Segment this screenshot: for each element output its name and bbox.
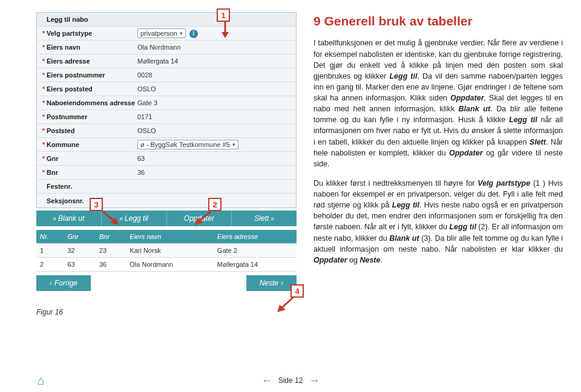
required-marker: * [41, 85, 47, 93]
field-label: Gnr [47, 155, 137, 162]
table-cell: Kari Norsk [126, 244, 214, 258]
field-label: Bnr [47, 169, 137, 176]
info-icon[interactable]: i [189, 30, 198, 38]
table-cell: Gate 2 [214, 244, 297, 258]
legg-til-label: Legg til [125, 214, 148, 223]
required-marker: * [41, 44, 47, 51]
arrow-4 [277, 296, 294, 313]
table-toolbar: « Blank ut « Legg til Oppdater Slett » [36, 211, 297, 226]
field-label: Kommune [47, 141, 137, 148]
form-row[interactable]: Seksjonsnr. [37, 194, 296, 207]
chevron-down-icon: ▾ [180, 30, 183, 36]
figure-caption: Figur 16 [36, 308, 297, 316]
chevron-left-icon: ‹ [50, 279, 52, 287]
keyword: Velg partstype [478, 179, 530, 188]
field-value[interactable]: OSLO [137, 127, 292, 134]
table-cell: Ola Nordmann [126, 258, 214, 272]
form-row[interactable]: *Eiers poststedOSLO [37, 82, 296, 96]
field-value[interactable]: Gate 3 [137, 99, 292, 106]
nabo-form: Legg til nabo *Velg partstypeprivatperso… [36, 12, 297, 208]
required-marker: * [41, 57, 47, 65]
dropdown-value: privatperson [140, 30, 177, 37]
table-cell: 1 [36, 244, 64, 258]
form-row[interactable]: *Postnummer0171 [37, 110, 296, 124]
field-label: Festenr. [47, 183, 137, 190]
form-row[interactable]: *Velg partstypeprivatperson▾i [37, 27, 296, 41]
required-marker: * [41, 30, 47, 37]
blank-ut-button[interactable]: « Blank ut [36, 211, 102, 226]
field-label: Velg partstype [47, 30, 137, 37]
keyword: Neste [359, 256, 380, 264]
table-header: Bnr [96, 230, 126, 244]
chevron-right-icon: » [271, 215, 274, 222]
form-row[interactable]: *Naboeiendommens adresseGate 3 [37, 96, 296, 110]
form-row[interactable]: *Eiers adresseMøllergata 14 [37, 54, 296, 68]
page-number: Side 12 [278, 376, 303, 385]
callout-2: 2 [208, 198, 222, 211]
table-header: Eiers navn [126, 230, 214, 244]
nabo-table: Nr.GnrBnrEiers navnEiers adresse 13223Ka… [36, 230, 297, 272]
field-value[interactable]: 0171 [137, 113, 292, 120]
table-cell: 2 [36, 258, 64, 272]
field-value[interactable]: 63 [137, 155, 292, 162]
keyword: Legg til [389, 72, 417, 80]
page-footer: ⌂ ← Side 12 → [0, 373, 581, 388]
table-row[interactable]: 13223Kari NorskGate 2 [36, 244, 297, 258]
field-value[interactable]: Ola Nordmann [137, 44, 292, 51]
field-label: Eiers adresse [47, 57, 137, 65]
forrige-label: Forrige [54, 279, 77, 287]
field-label: Eiers poststed [47, 85, 137, 93]
form-row[interactable]: *Kommuneø - ByggSøk Testkommune #5▾ [37, 138, 296, 152]
form-row[interactable]: Festenr. [37, 180, 296, 194]
blank-ut-label: Blank ut [58, 214, 84, 223]
neste-label: Neste [260, 279, 278, 287]
dropdown[interactable]: privatperson▾ [137, 28, 186, 38]
footer-next-icon[interactable]: → [309, 374, 320, 387]
field-label: Postnummer [47, 113, 137, 120]
table-cell: 32 [64, 244, 95, 258]
body-paragraph-2: Du klikker først i nedtrekksmenyen til h… [313, 178, 563, 266]
field-value[interactable]: 36 [137, 169, 292, 176]
dropdown[interactable]: ø - ByggSøk Testkommune #5▾ [137, 140, 238, 149]
footer-prev-icon[interactable]: ← [261, 374, 272, 387]
table-row[interactable]: 26336Ola NordmannMøllergata 14 [36, 258, 297, 272]
keyword: Legg til [509, 116, 537, 124]
svg-marker-1 [222, 32, 229, 38]
keyword: Slett [530, 138, 546, 146]
form-row[interactable]: *PoststedOSLO [37, 124, 296, 138]
table-cell: 23 [96, 244, 126, 258]
keyword: Oppdater [450, 94, 484, 102]
keyword: Oppdater [449, 149, 483, 157]
keyword: Blank ut [459, 105, 491, 113]
keyword: Legg til [449, 223, 476, 231]
chevron-left-icon: « [119, 215, 123, 222]
keyword: Blank ut [389, 234, 419, 243]
svg-line-6 [281, 298, 293, 309]
form-row[interactable]: *Bnr36 [37, 166, 296, 180]
field-value[interactable]: 0028 [137, 71, 292, 79]
form-row[interactable]: *Eiers navnOla Nordmann [37, 41, 296, 54]
form-row[interactable]: *Eiers postnummer0028 [37, 68, 296, 82]
slett-button[interactable]: Slett » [232, 211, 297, 226]
callout-3: 3 [90, 198, 103, 211]
home-icon[interactable]: ⌂ [38, 374, 45, 388]
field-value[interactable]: ø - ByggSøk Testkommune #5▾ [137, 140, 292, 149]
required-marker: * [41, 141, 47, 148]
required-marker: * [41, 155, 47, 162]
table-cell: 36 [96, 258, 126, 272]
svg-line-4 [103, 212, 115, 221]
field-value[interactable]: privatperson▾i [137, 28, 292, 38]
required-marker: * [41, 113, 47, 120]
neste-button[interactable]: Neste › [246, 275, 297, 291]
forrige-button[interactable]: ‹ Forrige [36, 275, 91, 291]
field-value[interactable]: OSLO [137, 85, 292, 93]
table-header: Gnr [64, 230, 95, 244]
field-label: Naboeiendommens adresse [47, 99, 137, 106]
chevron-left-icon: « [53, 215, 56, 222]
callout-4: 4 [290, 284, 304, 298]
form-row[interactable]: *Gnr63 [37, 152, 296, 166]
arrow-2 [194, 211, 212, 225]
field-value[interactable]: Møllergata 14 [137, 57, 292, 65]
chevron-right-icon: › [281, 279, 283, 287]
required-marker: * [41, 99, 47, 106]
